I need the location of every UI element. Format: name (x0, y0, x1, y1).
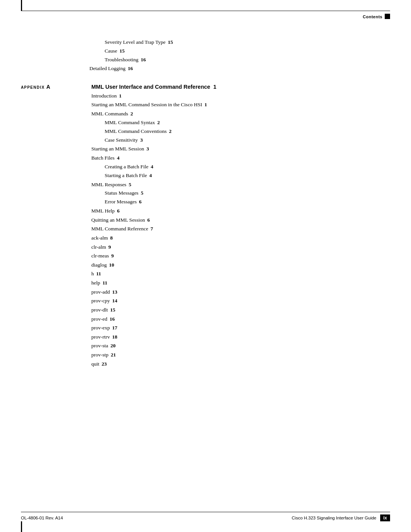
entry-text-prov-add: prov-add (91, 288, 110, 297)
entry-text-h: h (91, 269, 94, 278)
entry-page-mml-command-syntax: 2 (157, 118, 160, 127)
toc-entry-detailed-logging: Detailed Logging 16 (21, 64, 390, 73)
entry-page-prov-add: 13 (112, 288, 118, 297)
entry-text-help: help (91, 278, 100, 288)
toc-entry-mml-command-conventions: MML Command Conventions 2 (21, 127, 390, 136)
entry-page-batch-files: 4 (117, 153, 119, 163)
entry-text-starting-batch-file: Starting a Batch File (105, 171, 147, 180)
entry-text-cause: Cause (105, 47, 117, 56)
toc-entry-batch-files: Batch Files 4 (21, 153, 390, 163)
header-contents-label: Contents (363, 14, 382, 19)
entry-text-prov-ed: prov-ed (91, 315, 107, 324)
toc-entry-creating-batch-file: Creating a Batch File 4 (21, 163, 390, 171)
toc-entry-prov-cpy: prov-cpy 14 (21, 296, 390, 305)
toc-entry-prov-ed: prov-ed 16 (21, 315, 390, 324)
entry-page-creating-batch-file: 4 (151, 163, 153, 171)
footer: OL-4806-01 Rev. A14 Cisco H.323 Signalin… (21, 512, 390, 521)
entry-page-quitting-mml-session: 6 (147, 216, 150, 225)
entry-page-starting-mml-cisco: 1 (204, 100, 207, 109)
entry-page-clr-alm: 9 (108, 243, 111, 252)
entry-page-mml-command-reference: 7 (150, 224, 153, 233)
toc-entry-mml-command-syntax: MML Command Syntax 2 (21, 118, 390, 127)
entry-text-prov-rtrv: prov-rtrv (91, 332, 110, 342)
entry-page-mml-command-conventions: 2 (169, 127, 172, 136)
footer-left-bar (21, 521, 22, 532)
toc-entry-prov-exp: prov-exp 17 (21, 323, 390, 332)
entry-text-mml-help: MML Help (91, 206, 115, 216)
entry-text-quitting-mml-session: Quitting an MML Session (91, 216, 145, 225)
toc-entry-ack-alm: ack-alm 8 (21, 233, 390, 243)
entry-text-quit: quit (91, 359, 99, 369)
entry-text-diaglog: diaglog (91, 260, 107, 270)
toc-entry-status-messages: Status Messages 5 (21, 189, 390, 198)
entry-text-status-messages: Status Messages (105, 189, 139, 198)
toc-entry-mml-commands: MML Commands 2 (21, 109, 390, 118)
entry-page-starting-batch-file: 4 (149, 171, 152, 180)
entry-page-severity: 15 (168, 38, 173, 47)
entry-page-status-messages: 5 (141, 189, 143, 198)
main-content: Severity Level and Trap Type 15 Cause 15… (21, 38, 390, 368)
entry-page-detailed-logging: 16 (128, 64, 133, 73)
entry-page-cause: 15 (119, 47, 125, 56)
entry-text-prov-exp: prov-exp (91, 323, 110, 332)
toc-entry-prov-add: prov-add 13 (21, 288, 390, 297)
entry-page-prov-ed: 16 (110, 315, 115, 324)
toc-entry-clr-meas: clr-meas 9 (21, 251, 390, 260)
toc-entry-cause: Cause 15 (21, 47, 390, 56)
entry-page-starting-mml-session: 3 (147, 144, 149, 153)
entry-text-mml-responses: MML Responses (91, 180, 126, 189)
entry-text-introduction: Introduction (91, 91, 117, 101)
entry-text-case-sensitivity: Case Sensitivity (105, 136, 138, 145)
toc-entry-starting-batch-file: Starting a Batch File 4 (21, 171, 390, 180)
toc-entry-h: h 11 (21, 269, 390, 278)
toc-entry-case-sensitivity: Case Sensitivity 3 (21, 136, 390, 145)
entry-page-ack-alm: 8 (110, 233, 113, 243)
entry-text-creating-batch-file: Creating a Batch File (105, 163, 148, 171)
toc-entry-quitting-mml-session: Quitting an MML Session 6 (21, 216, 390, 225)
footer-page-number: ix (380, 514, 390, 521)
entry-page-error-messages: 6 (139, 198, 142, 206)
entry-text-error-messages: Error Messages (105, 198, 137, 206)
toc-entry-help: help 11 (21, 278, 390, 288)
page-container: Contents Severity Level and Trap Type 15… (0, 0, 411, 532)
entry-text-mml-commands: MML Commands (91, 109, 128, 118)
toc-entry-prov-rtrv: prov-rtrv 18 (21, 332, 390, 342)
entry-text-batch-files: Batch Files (91, 153, 115, 163)
entry-page-introduction: 1 (119, 91, 122, 101)
footer-guide-title: Cisco H.323 Signaling Interface User Gui… (292, 516, 376, 520)
entry-text-ack-alm: ack-alm (91, 233, 108, 243)
entry-page-prov-sta: 20 (110, 341, 116, 350)
toc-entry-clr-alm: clr-alm 9 (21, 243, 390, 252)
header-square (385, 14, 390, 19)
footer-line (21, 512, 390, 512)
entry-page-troubleshooting: 16 (141, 56, 146, 64)
entry-text-detailed-logging: Detailed Logging (89, 64, 126, 73)
footer-page-area: Cisco H.323 Signaling Interface User Gui… (292, 514, 390, 521)
toc-entry-error-messages: Error Messages 6 (21, 198, 390, 206)
top-border (21, 11, 390, 11)
toc-entry-mml-responses: MML Responses 5 (21, 180, 390, 189)
entry-page-prov-dlt: 15 (110, 305, 116, 315)
entry-text-mml-command-syntax: MML Command Syntax (105, 118, 155, 127)
entry-text-troubleshooting: Troubleshooting (105, 56, 139, 64)
appendix-toc: Introduction 1 Starting an MML Command S… (21, 91, 390, 369)
entry-text-prov-stp: prov-stp (91, 350, 108, 359)
entry-page-h: 11 (96, 269, 101, 278)
entry-text-prov-sta: prov-sta (91, 341, 108, 350)
entry-page-diaglog: 10 (109, 260, 115, 270)
toc-entry-prov-dlt: prov-dlt 15 (21, 305, 390, 315)
toc-entry-mml-help: MML Help 6 (21, 206, 390, 216)
entry-text-clr-alm: clr-alm (91, 243, 106, 252)
entry-page-case-sensitivity: 3 (140, 136, 143, 145)
toc-entry-mml-command-reference: MML Command Reference 7 (21, 224, 390, 233)
left-bar (21, 0, 22, 11)
entry-text-clr-meas: clr-meas (91, 251, 109, 260)
toc-entry-quit: quit 23 (21, 359, 390, 369)
footer-content: OL-4806-01 Rev. A14 Cisco H.323 Signalin… (21, 514, 390, 521)
entry-page-prov-rtrv: 18 (112, 332, 118, 342)
entry-page-prov-cpy: 14 (112, 296, 118, 305)
toc-entry-starting-mml-session-cisco: Starting an MML Command Session in the C… (21, 100, 390, 109)
footer-doc-id: OL-4806-01 Rev. A14 (21, 516, 63, 520)
toc-entry-troubleshooting: Troubleshooting 16 (21, 56, 390, 64)
appendix-title-page: 1 (213, 84, 216, 90)
